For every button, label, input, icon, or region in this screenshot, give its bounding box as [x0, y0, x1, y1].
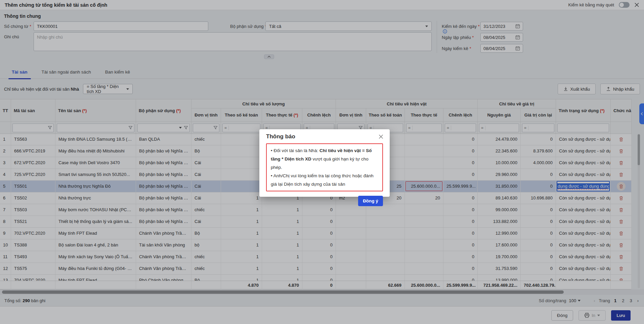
dialog-message: • Đối với tài sản là Nhà: Chỉ tiêu về hi… — [266, 143, 383, 191]
dialog-title: Thông báo — [266, 133, 295, 140]
notification-dialog: Thông báo • Đối với tài sản là Nhà: Chỉ … — [259, 129, 390, 197]
ok-button[interactable]: Đồng ý — [358, 196, 383, 206]
dialog-close-icon[interactable] — [378, 134, 384, 139]
